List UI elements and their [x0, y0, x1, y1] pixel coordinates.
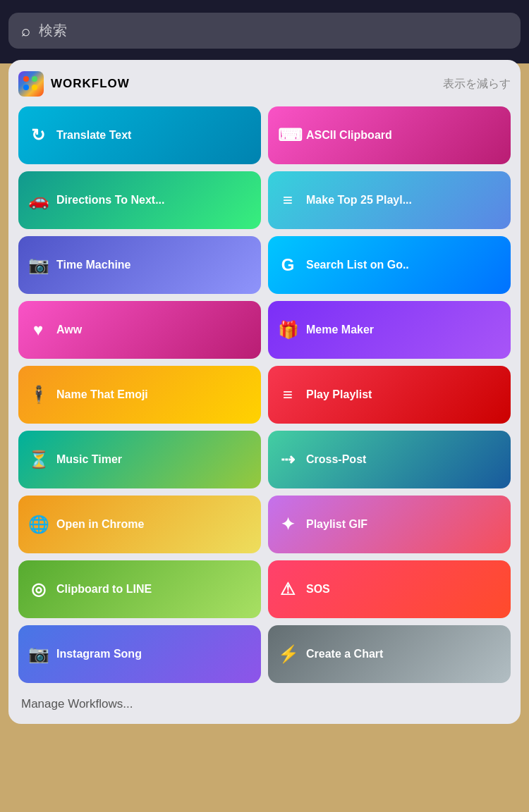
meme-maker-icon: 🎁 [278, 320, 298, 340]
make-top25-icon: ≡ [278, 190, 298, 210]
search-list-google-label: Search List on Go.. [306, 258, 409, 271]
card-title: WORKFLOW [51, 77, 130, 91]
cross-post-label: Cross-Post [306, 453, 366, 466]
workflow-btn-music-timer[interactable]: ⏳Music Timer [18, 431, 261, 488]
workflow-card: WORKFLOW 表示を減らす ↻Translate Text⌨ASCII Cl… [8, 60, 521, 724]
search-icon: ⌕ [21, 22, 30, 40]
workflow-btn-aww[interactable]: ♥Aww [18, 301, 261, 359]
translate-text-icon: ↻ [28, 125, 48, 145]
open-in-chrome-label: Open in Chrome [56, 517, 144, 531]
aww-icon: ♥ [28, 320, 48, 340]
clipboard-to-line-label: Clipboard to LINE [56, 582, 152, 596]
ascii-clipboard-label: ASCII Clipboard [306, 128, 392, 142]
instagram-song-icon: 📷 [28, 644, 48, 664]
playlist-gif-label: Playlist GIF [306, 517, 367, 531]
directions-next-label: Directions To Next... [56, 193, 165, 207]
show-less-button[interactable]: 表示を減らす [443, 77, 511, 92]
workflow-btn-playlist-gif[interactable]: ✦Playlist GIF [268, 496, 511, 553]
workflow-btn-search-list-google[interactable]: GSearch List on Go.. [268, 236, 511, 294]
card-header: WORKFLOW 表示を減らす [18, 71, 511, 97]
workflow-btn-meme-maker[interactable]: 🎁Meme Maker [268, 301, 511, 359]
directions-next-icon: 🚗 [28, 190, 48, 210]
music-timer-icon: ⏳ [28, 450, 48, 469]
workflow-btn-instagram-song[interactable]: 📷Instagram Song [18, 625, 261, 683]
workflow-btn-create-a-chart[interactable]: ⚡Create a Chart [268, 625, 511, 683]
create-a-chart-icon: ⚡ [278, 644, 298, 664]
workflow-grid: ↻Translate Text⌨ASCII Clipboard🚗Directio… [18, 106, 511, 683]
workflow-btn-open-in-chrome[interactable]: 🌐Open in Chrome [18, 496, 261, 553]
name-that-emoji-icon: 🕴 [28, 385, 48, 405]
sos-label: SOS [306, 582, 330, 596]
workflow-btn-sos[interactable]: ⚠SOS [268, 560, 511, 618]
name-that-emoji-label: Name That Emoji [56, 388, 148, 401]
search-placeholder: 検索 [39, 21, 67, 40]
time-machine-icon: 📷 [28, 255, 48, 275]
card-header-left: WORKFLOW [18, 71, 130, 97]
workflow-btn-ascii-clipboard[interactable]: ⌨ASCII Clipboard [268, 106, 511, 164]
cross-post-icon: ⇢ [278, 450, 298, 469]
search-bar[interactable]: ⌕ 検索 [8, 13, 521, 49]
workflow-app-icon [18, 71, 44, 97]
instagram-song-label: Instagram Song [56, 647, 142, 660]
workflow-btn-clipboard-to-line[interactable]: ◎Clipboard to LINE [18, 560, 261, 618]
aww-label: Aww [56, 323, 82, 336]
translate-text-label: Translate Text [56, 128, 131, 142]
clipboard-to-line-icon: ◎ [28, 579, 48, 599]
workflow-btn-cross-post[interactable]: ⇢Cross-Post [268, 431, 511, 488]
play-playlist-icon: ≡ [278, 385, 298, 405]
workflow-btn-name-that-emoji[interactable]: 🕴Name That Emoji [18, 366, 261, 424]
workflow-btn-make-top25[interactable]: ≡Make Top 25 Playl... [268, 171, 511, 229]
sos-icon: ⚠ [278, 579, 298, 599]
playlist-gif-icon: ✦ [278, 515, 298, 534]
workflow-btn-play-playlist[interactable]: ≡Play Playlist [268, 366, 511, 424]
manage-workflows-link[interactable]: Manage Workflows... [18, 690, 511, 717]
create-a-chart-label: Create a Chart [306, 647, 383, 660]
open-in-chrome-icon: 🌐 [28, 515, 48, 534]
workflow-btn-directions-next[interactable]: 🚗Directions To Next... [18, 171, 261, 229]
meme-maker-label: Meme Maker [306, 323, 374, 336]
time-machine-label: Time Machine [56, 258, 131, 271]
music-timer-label: Music Timer [56, 453, 122, 466]
workflow-btn-time-machine[interactable]: 📷Time Machine [18, 236, 261, 294]
play-playlist-label: Play Playlist [306, 388, 372, 401]
search-list-google-icon: G [278, 255, 298, 275]
workflow-btn-translate-text[interactable]: ↻Translate Text [18, 106, 261, 164]
make-top25-label: Make Top 25 Playl... [306, 193, 412, 207]
ascii-clipboard-icon: ⌨ [278, 125, 298, 145]
